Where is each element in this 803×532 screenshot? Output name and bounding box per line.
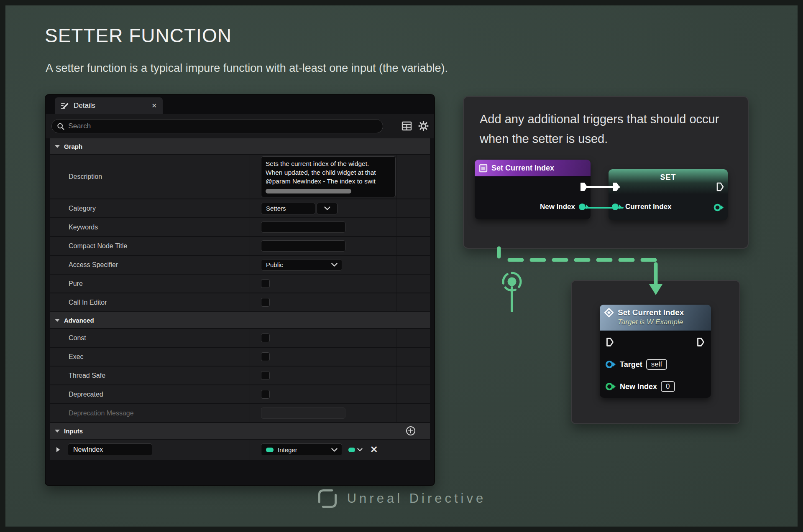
exec-output-pin[interactable] xyxy=(716,182,724,193)
integer-pin-icon xyxy=(266,448,274,452)
row-keywords: Keywords xyxy=(50,218,430,236)
data-pin-outline-icon xyxy=(713,204,724,211)
category-input[interactable]: Setters xyxy=(261,203,315,214)
keywords-input[interactable] xyxy=(261,221,345,233)
thread-safe-label: Thread Safe xyxy=(50,367,250,384)
exec-checkbox[interactable] xyxy=(261,352,270,361)
row-deprecation-message: Deprecation Message xyxy=(50,404,430,422)
description-label: Description xyxy=(50,155,250,199)
access-specifier-label: Access Specifier xyxy=(50,256,250,274)
current-index-output-pin[interactable] xyxy=(713,204,724,213)
target-pin-row[interactable]: Target self xyxy=(605,359,667,370)
compact-node-title-label: Compact Node Title xyxy=(50,237,250,255)
node-title: Set Current Index xyxy=(491,164,554,173)
chevron-down-icon xyxy=(324,206,330,210)
pin-label: Target xyxy=(620,360,642,369)
section-advanced[interactable]: Advanced xyxy=(50,312,430,328)
collapse-arrow-icon xyxy=(55,145,60,148)
details-panel: Details ✕ xyxy=(45,94,435,486)
pure-checkbox[interactable] xyxy=(261,279,270,288)
node-set-current-index-collapsed[interactable]: Set Current Index New Index xyxy=(475,160,591,219)
exec-label: Exec xyxy=(50,348,250,366)
collapse-arrow-icon xyxy=(55,319,60,322)
keywords-label: Keywords xyxy=(50,218,250,236)
param-type-select[interactable]: Integer xyxy=(261,443,342,456)
expand-param-arrow[interactable] xyxy=(56,447,60,452)
display-filter-icon[interactable] xyxy=(401,120,412,132)
row-compact-node-title: Compact Node Title xyxy=(50,237,430,255)
add-input-button[interactable] xyxy=(406,426,416,437)
description-line: @param NewIndex - The index to swit xyxy=(266,177,391,186)
deprecated-checkbox[interactable] xyxy=(261,390,270,399)
call-in-editor-checkbox[interactable] xyxy=(261,298,270,307)
chevron-down-icon xyxy=(331,263,338,267)
section-inputs[interactable]: Inputs xyxy=(50,423,430,439)
param-type-value: Integer xyxy=(278,446,297,453)
search-icon xyxy=(57,122,64,130)
collapse-arrow-icon xyxy=(55,430,60,433)
remove-param-button[interactable]: ✕ xyxy=(370,444,378,455)
exec-input-pin[interactable] xyxy=(606,337,614,349)
new-index-pin-icon xyxy=(605,382,616,391)
category-dropdown-button[interactable] xyxy=(317,203,338,214)
details-pencil-icon xyxy=(61,102,69,110)
node-set[interactable]: SET Current Index xyxy=(609,169,728,220)
chevron-down-icon xyxy=(357,448,363,451)
compact-node-title-input[interactable] xyxy=(261,240,345,252)
plus-circle-icon xyxy=(406,426,416,436)
tab-close-icon[interactable]: ✕ xyxy=(151,102,157,109)
deprecation-message-label: Deprecation Message xyxy=(50,404,250,422)
callout-text: Add any additional triggers that should … xyxy=(480,109,736,149)
description-line: Sets the current index of the widget. xyxy=(266,160,391,168)
exec-output-pin[interactable] xyxy=(697,337,705,349)
section-graph[interactable]: Graph xyxy=(50,138,430,154)
annotation-dashed-arrow xyxy=(477,246,694,301)
node-header: Set Current Index Target is W Example xyxy=(600,305,711,331)
expanded-node-card: Set Current Index Target is W Example Ta… xyxy=(571,280,740,424)
tab-strip: Details ✕ xyxy=(46,95,434,114)
row-access-specifier: Access Specifier Public xyxy=(50,256,430,274)
pin-label: Current Index xyxy=(625,203,672,211)
param-name-input[interactable]: NewIndex xyxy=(68,443,152,456)
row-pure: Pure xyxy=(50,275,430,293)
page-subtitle: A setter function is a typical impure fu… xyxy=(46,62,448,75)
node-header: Set Current Index xyxy=(475,160,591,177)
thread-safe-checkbox[interactable] xyxy=(261,371,270,380)
tab-details[interactable]: Details ✕ xyxy=(55,97,163,114)
node-set-current-index-expanded[interactable]: Set Current Index Target is W Example Ta… xyxy=(600,305,711,398)
new-index-pin-row[interactable]: New Index 0 xyxy=(605,381,675,392)
const-label: Const xyxy=(50,329,250,347)
search-row xyxy=(46,114,434,138)
row-exec: Exec xyxy=(50,348,430,366)
access-specifier-select[interactable]: Public xyxy=(261,259,342,271)
row-deprecated: Deprecated xyxy=(50,385,430,403)
search-input[interactable] xyxy=(68,122,378,130)
const-checkbox[interactable] xyxy=(261,333,270,342)
row-const: Const xyxy=(50,329,430,347)
section-inputs-label: Inputs xyxy=(64,428,83,435)
callout-card: Add any additional triggers that should … xyxy=(463,96,749,249)
row-call-in-editor: Call In Editor xyxy=(50,293,430,311)
category-label: Category xyxy=(50,199,250,217)
brand-name: Unreal Directive xyxy=(347,491,486,506)
container-type-pin-icon xyxy=(348,448,355,452)
description-hscrollbar[interactable] xyxy=(266,189,351,193)
settings-gear-icon[interactable] xyxy=(418,120,429,132)
pure-label: Pure xyxy=(50,275,250,293)
function-diamond-icon xyxy=(604,308,614,318)
section-advanced-label: Advanced xyxy=(64,317,94,324)
search-box[interactable] xyxy=(51,119,383,133)
target-value-input[interactable]: self xyxy=(646,359,667,370)
new-index-value-input[interactable]: 0 xyxy=(661,381,675,392)
description-line: When updated, the child widget at that xyxy=(266,168,391,177)
page-title: SETTER FUNCTION xyxy=(45,24,232,47)
description-input[interactable]: Sets the current index of the widget. Wh… xyxy=(261,156,396,197)
exec-wire xyxy=(586,186,620,188)
chevron-down-icon xyxy=(331,448,338,452)
deprecation-message-input xyxy=(261,407,345,419)
widget-function-icon xyxy=(479,164,488,173)
section-graph-label: Graph xyxy=(64,143,82,150)
row-newindex-param: NewIndex Integer ✕ xyxy=(50,440,430,460)
param-container-type-select[interactable] xyxy=(348,448,363,452)
unreal-directive-logo-icon xyxy=(317,488,338,509)
